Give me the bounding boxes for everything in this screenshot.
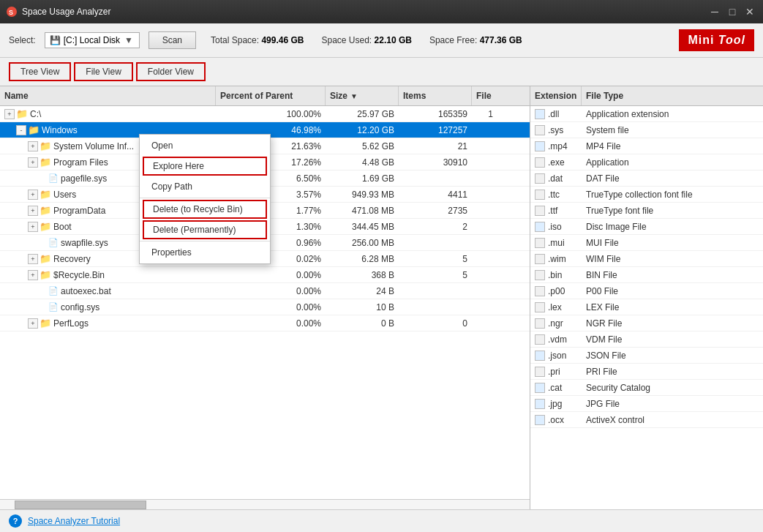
ctx-copy-path[interactable]: Copy Path (140, 177, 270, 196)
h-scrollbar[interactable] (0, 499, 530, 509)
list-item[interactable]: .isoDisc Image File (530, 219, 763, 235)
list-item[interactable]: .mp4MP4 File (530, 138, 763, 154)
ctx-delete-permanent[interactable]: Delete (Permanently) (143, 220, 267, 239)
folder-icon: 📁 (40, 221, 51, 232)
expand-button[interactable]: + (28, 206, 38, 216)
list-item[interactable]: .ttcTrueType collection font file (530, 187, 763, 203)
total-space-value: 499.46 GB (261, 35, 304, 45)
row-items: 0 (399, 315, 472, 331)
list-item[interactable]: .wimWIM File (530, 251, 763, 267)
list-item[interactable]: .p00P00 File (530, 283, 763, 299)
folder-icon: 📁 (40, 205, 51, 216)
row-size: 12.20 GB (326, 122, 399, 138)
help-link[interactable]: Space Analyzer Tutorial (28, 516, 120, 526)
file-type-icon (535, 415, 545, 425)
col-name[interactable]: Name (0, 86, 216, 105)
list-item[interactable]: .lexLEX File (530, 299, 763, 315)
list-item[interactable]: .catSecurity Catalog (530, 380, 763, 396)
drive-select[interactable]: 💾 [C:] Local Disk ▼ (45, 32, 140, 48)
row-name: autoexec.bat (61, 286, 111, 296)
expand-button[interactable]: + (28, 157, 38, 168)
extension-label: .vdm (548, 334, 567, 345)
right-col-type[interactable]: File Type (582, 86, 763, 105)
sort-arrow-icon: ▼ (350, 92, 358, 100)
file-type-label: MUI File (582, 235, 763, 250)
drive-label: [C:] Local Disk (64, 35, 120, 45)
file-type-label: Application extension (582, 106, 763, 121)
expand-button[interactable]: - (16, 125, 26, 135)
file-type-label: LEX File (582, 299, 763, 315)
list-item[interactable]: .sysSystem file (530, 122, 763, 138)
list-item[interactable]: .ocxActiveX control (530, 412, 763, 428)
extension-label: .bin (548, 270, 562, 280)
folder-icon: 📁 (40, 253, 51, 264)
expand-button[interactable]: + (28, 318, 38, 329)
expand-button[interactable]: + (28, 270, 38, 280)
file-type-icon (535, 222, 545, 232)
table-row[interactable]: +📁PerfLogs0.00%0 B0 (0, 315, 530, 331)
right-col-ext[interactable]: Extension (530, 86, 582, 105)
row-files (472, 299, 497, 315)
col-percent[interactable]: Percent of Parent (216, 86, 326, 105)
table-row[interactable]: +📁C:\100.00%25.97 GB1653591 (0, 106, 530, 122)
expand-button[interactable]: + (4, 109, 15, 119)
main-window: Select: 💾 [C:] Local Disk ▼ Scan Total S… (0, 23, 763, 532)
tab-folder-view[interactable]: Folder View (136, 62, 206, 81)
tab-file-view[interactable]: File View (74, 62, 132, 81)
table-row[interactable]: +📁$Recycle.Bin0.00%368 B5 (0, 267, 530, 283)
list-item[interactable]: .dllApplication extension (530, 106, 763, 122)
col-files[interactable]: File (472, 86, 497, 105)
extension-label: .mp4 (548, 141, 568, 151)
file-type-label: P00 File (582, 283, 763, 299)
context-menu: Open Explore Here Copy Path Delete (to R… (139, 134, 271, 264)
h-scrollbar-thumb[interactable] (15, 501, 146, 509)
row-files (472, 235, 497, 250)
list-item[interactable]: .jpgJPG File (530, 396, 763, 412)
row-name: $Recycle.Bin (53, 270, 105, 280)
folder-icon: 📁 (40, 269, 51, 280)
expand-button[interactable]: + (28, 254, 38, 264)
tab-tree-view[interactable]: Tree View (9, 62, 71, 81)
ctx-delete-recycle[interactable]: Delete (to Recycle Bin) (143, 200, 267, 219)
ctx-separator-1 (140, 198, 270, 198)
row-files (472, 219, 497, 234)
list-item[interactable]: .jsonJSON File (530, 348, 763, 364)
row-size: 0 B (326, 315, 399, 331)
folder-icon: 📁 (28, 124, 40, 135)
table-row[interactable]: 📄config.sys0.00%10 B (0, 299, 530, 315)
row-items (399, 171, 472, 186)
help-icon[interactable]: ? (9, 514, 22, 528)
col-size[interactable]: Size ▼ (326, 86, 399, 105)
list-item[interactable]: .muiMUI File (530, 235, 763, 251)
file-type-label: TrueType collection font file (582, 187, 763, 202)
row-items: 127257 (399, 122, 472, 138)
row-percent: 0.00% (216, 315, 326, 331)
row-files: 1 (472, 106, 497, 121)
list-item[interactable]: .priPRI File (530, 364, 763, 380)
expand-button[interactable]: + (28, 190, 38, 200)
list-item[interactable]: .ngrNGR File (530, 315, 763, 331)
extension-label: .wim (548, 254, 566, 264)
list-item[interactable]: .exeApplication (530, 154, 763, 171)
expand-button[interactable]: + (28, 222, 38, 232)
table-row[interactable]: 📄autoexec.bat0.00%24 B (0, 283, 530, 299)
ctx-properties[interactable]: Properties (140, 243, 270, 262)
maximize-button[interactable]: □ (725, 4, 740, 19)
row-files (472, 267, 497, 282)
row-size: 24 B (326, 283, 399, 299)
list-item[interactable]: .ttfTrueType font file (530, 203, 763, 219)
scan-button[interactable]: Scan (149, 31, 196, 49)
list-item[interactable]: .datDAT File (530, 171, 763, 187)
ctx-explore-here[interactable]: Explore Here (143, 157, 267, 176)
list-item[interactable]: .binBIN File (530, 267, 763, 283)
list-item[interactable]: .vdmVDM File (530, 331, 763, 348)
expand-button[interactable]: + (28, 141, 38, 151)
close-button[interactable]: ✕ (743, 4, 757, 19)
ctx-open[interactable]: Open (140, 136, 270, 155)
row-items (399, 299, 472, 315)
row-files (472, 171, 497, 186)
col-items[interactable]: Items (399, 86, 472, 105)
content-area: Name Percent of Parent Size ▼ Items File… (0, 86, 763, 509)
extension-label: .lex (548, 302, 562, 312)
minimize-button[interactable]: ─ (707, 4, 722, 19)
